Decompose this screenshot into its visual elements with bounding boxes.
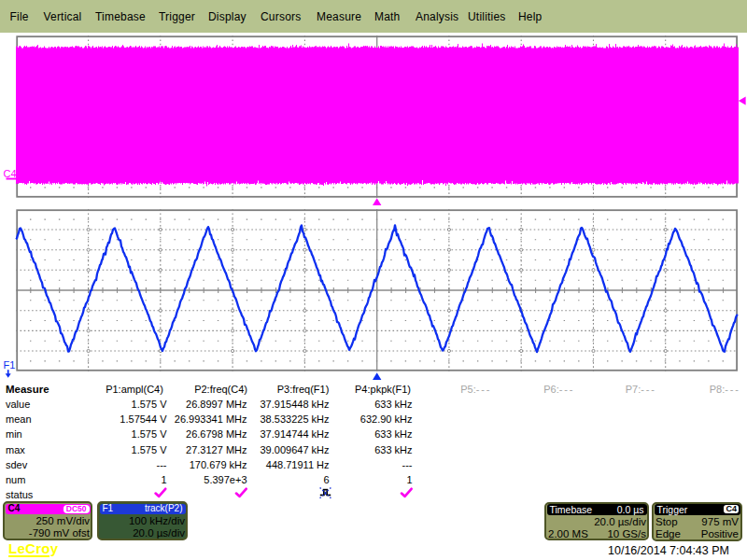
svg-text:F1: F1 — [4, 359, 16, 371]
svg-text:C4: C4 — [4, 168, 17, 179]
